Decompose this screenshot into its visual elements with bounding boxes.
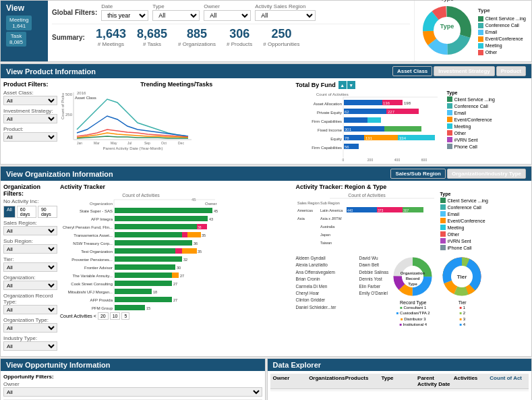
- org-industry-tab[interactable]: Organization/Industry Type: [447, 169, 526, 179]
- svg-rect-66: [115, 208, 212, 213]
- svg-text:AFP Provida: AFP Provida: [90, 298, 113, 302]
- svg-text:15: 15: [146, 306, 150, 310]
- svg-rect-69: [115, 216, 208, 221]
- product-tab[interactable]: Product: [496, 66, 526, 76]
- org-select[interactable]: All: [3, 281, 57, 290]
- opp-owner-select[interactable]: All: [3, 387, 262, 397]
- svg-text:Cook Street Consulting: Cook Street Consulting: [71, 282, 113, 286]
- org-filters: Organization Filters: No Activity Inc: A…: [3, 183, 57, 353]
- svg-text:Latin America: Latin America: [320, 208, 343, 212]
- industry-type-filter: Industry Type: All: [3, 335, 57, 351]
- svg-text:Count of Picku: Count of Picku: [61, 93, 65, 119]
- opportunities-stat: 250 # Opportunities: [263, 27, 299, 47]
- sub-region-select[interactable]: All: [3, 244, 57, 254]
- svg-rect-105: [115, 297, 172, 302]
- meeting-tab[interactable]: Meeting1,641: [6, 16, 32, 30]
- orgs-stat: 885 # Organizations: [178, 27, 216, 47]
- region-bars: Count of Activities Sales Region Sub Reg…: [296, 192, 438, 254]
- svg-text:500: 500: [65, 92, 73, 96]
- svg-rect-89: [115, 256, 182, 262]
- sort-desc-btn[interactable]: ▼: [347, 81, 355, 89]
- svg-text:18: 18: [153, 290, 157, 294]
- tasks-stat: 8,685 # Tasks: [137, 27, 167, 47]
- svg-text:NSW Treasury Corp...: NSW Treasury Corp...: [73, 241, 113, 246]
- top-section-header: View: [6, 3, 24, 13]
- svg-text:Test Organization: Test Organization: [81, 250, 113, 254]
- activity-tracker-chart: Activity Tracker Count of Activities 45 …: [60, 183, 293, 353]
- legend-email: Email: [478, 30, 526, 35]
- svg-text:131: 131: [365, 136, 373, 140]
- svg-text:Proventer Pensiones...: Proventer Pensiones...: [71, 258, 113, 262]
- svg-text:30: 30: [177, 266, 181, 270]
- 60days-btn[interactable]: 60 days: [17, 206, 36, 218]
- svg-text:State Super - SAS: State Super - SAS: [80, 209, 113, 213]
- svg-text:Mar: Mar: [94, 141, 100, 145]
- investment-strategy-tab[interactable]: Investment Strategy: [434, 66, 494, 76]
- org-record-type-select[interactable]: All: [3, 305, 57, 314]
- svg-text:Asia: Asia: [297, 217, 305, 221]
- activity-region-select[interactable]: All: [255, 10, 316, 21]
- svg-text:Equity: Equity: [330, 137, 342, 141]
- svg-text:Asia x JRTW: Asia x JRTW: [320, 217, 342, 221]
- svg-text:35: 35: [202, 233, 206, 237]
- svg-rect-43: [344, 117, 367, 123]
- svg-text:Oct: Oct: [161, 141, 167, 145]
- count-nav: Count Activities < 20 10 5: [60, 312, 293, 320]
- investment-strategy-select[interactable]: All: [3, 114, 57, 123]
- activity-region-filter: Activity Sales Region All: [255, 3, 316, 21]
- legend-other: Other: [478, 50, 526, 55]
- date-select[interactable]: this year: [101, 10, 148, 21]
- svg-rect-95: [115, 273, 172, 278]
- svg-text:Record: Record: [406, 277, 420, 281]
- svg-point-8: [434, 18, 460, 43]
- svg-text:45: 45: [214, 209, 218, 213]
- org-record-type-filter: Organization Record Type: All: [3, 293, 57, 314]
- product-select[interactable]: All: [3, 132, 57, 142]
- owner-select[interactable]: All: [204, 10, 251, 21]
- 90days-btn[interactable]: 90 days: [38, 206, 57, 218]
- trending-chart: Trending Meetings/Tasks Count of Picku 5…: [60, 81, 293, 148]
- legend-client-service: Client Service ...ing: [478, 16, 526, 22]
- region-chart: Activity Tracker: Region & Type Count of…: [296, 183, 529, 353]
- svg-text:Owner: Owner: [205, 202, 217, 206]
- product-section: View Product Information Asset Class Inv…: [0, 63, 532, 165]
- count-20-btn[interactable]: 20: [98, 312, 109, 320]
- svg-text:56: 56: [345, 145, 349, 149]
- svg-text:440: 440: [347, 208, 353, 212]
- top-section: View Meeting1,641 Task8,085 Global Filte…: [0, 0, 532, 62]
- org-type-select[interactable]: All: [3, 323, 57, 333]
- sort-asc-btn[interactable]: ▲: [338, 81, 347, 89]
- type-select[interactable]: All: [152, 10, 200, 21]
- investment-strategy-filter: Investment Strategy: All: [3, 108, 57, 123]
- svg-rect-81: [115, 240, 192, 246]
- sales-region-select[interactable]: All: [3, 226, 57, 235]
- svg-text:Type: Type: [408, 282, 417, 286]
- data-table-header: Owner Organizations Products Type Parent…: [270, 374, 529, 389]
- svg-text:Organization: Organization: [401, 271, 425, 275]
- data-table-row: [270, 389, 529, 391]
- region-legend: Type Client Service ...ing Conference Ca…: [440, 192, 488, 254]
- sales-region-tab[interactable]: Sales/Sub Region: [390, 169, 446, 179]
- svg-text:Organization: Organization: [90, 202, 113, 206]
- asset-class-tab[interactable]: Asset Class: [392, 66, 432, 76]
- svg-text:62: 62: [345, 110, 349, 114]
- industry-type-select[interactable]: All: [3, 341, 57, 351]
- org-section: View Organization Information Sales/Sub …: [0, 166, 532, 357]
- data-explorer-header: Data Explorer: [268, 359, 532, 371]
- task-tab[interactable]: Task8,085: [6, 32, 26, 47]
- count-5-btn[interactable]: 5: [121, 312, 129, 320]
- svg-text:2016: 2016: [77, 91, 86, 95]
- product-content: Product Filters: Asset Class: All Invest…: [1, 78, 531, 164]
- sort-buttons: ▲ ▼: [338, 81, 355, 89]
- tier-select[interactable]: All: [3, 262, 57, 272]
- legend-meeting: Meeting: [478, 43, 526, 49]
- data-explorer-content: Owner Organizations Products Type Parent…: [268, 371, 532, 394]
- svg-text:Sales Region: Sales Region: [297, 201, 320, 205]
- svg-text:400: 400: [394, 158, 400, 162]
- opp-owner-filter: Owner All: [3, 381, 262, 397]
- svg-rect-102: [115, 289, 152, 294]
- svg-text:35: 35: [198, 250, 202, 254]
- asset-class-select[interactable]: All: [3, 96, 57, 105]
- all-days-btn[interactable]: All: [3, 206, 16, 218]
- count-10-btn[interactable]: 10: [110, 312, 121, 320]
